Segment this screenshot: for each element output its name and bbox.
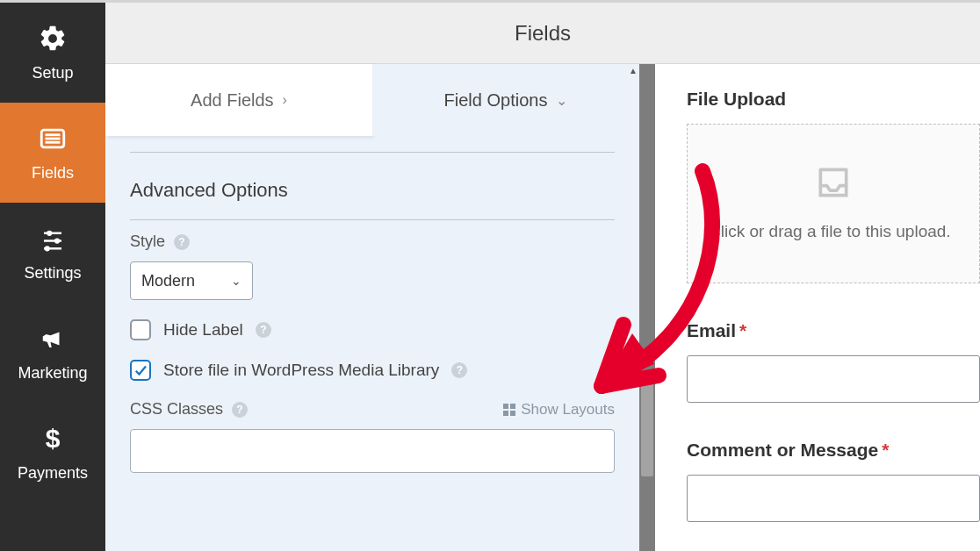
sidebar-item-setup[interactable]: Setup — [0, 3, 105, 103]
sidebar-item-label: Settings — [24, 264, 81, 283]
required-asterisk: * — [739, 320, 746, 340]
sidebar-item-payments[interactable]: $ Payments — [0, 403, 105, 503]
tab-field-options[interactable]: Field Options ⌄ — [372, 64, 639, 136]
comment-input[interactable] — [687, 475, 980, 522]
chevron-down-icon: ⌄ — [231, 274, 241, 288]
upload-hint: Click or drag a file to this upload. — [709, 219, 951, 245]
required-asterisk: * — [882, 440, 889, 460]
sidebar-item-label: Fields — [32, 164, 74, 182]
gear-icon — [38, 24, 68, 54]
sliders-icon — [38, 224, 68, 254]
css-classes-label: CSS Classes ? — [130, 400, 248, 419]
sidebar-item-label: Payments — [18, 464, 88, 483]
section-title: Advanced Options — [130, 153, 615, 219]
css-classes-header: CSS Classes ? Show Layouts — [130, 400, 615, 419]
grid-icon — [503, 404, 515, 416]
label-text: Email — [687, 320, 736, 340]
title-text: File Upload — [687, 89, 786, 109]
show-layouts-button[interactable]: Show Layouts — [503, 401, 615, 419]
main: Add Fields › Field Options ⌄ ▲ Advanced … — [105, 64, 980, 551]
svg-point-9 — [45, 246, 50, 251]
preview-panel: File Upload Click or drag a file to this… — [655, 64, 980, 551]
help-icon[interactable]: ? — [256, 322, 271, 338]
page-title: Fields — [515, 21, 571, 46]
svg-point-7 — [54, 238, 60, 243]
sidebar-item-marketing[interactable]: Marketing — [0, 303, 105, 403]
help-icon[interactable]: ? — [451, 362, 467, 378]
email-field-preview: Email* — [687, 320, 980, 403]
chevron-down-icon: ⌄ — [556, 92, 567, 109]
label-text: Comment or Message — [687, 440, 878, 460]
advanced-options-section: Advanced Options Style ? Modern ⌄ Hide L… — [105, 152, 639, 473]
sidebar-item-fields[interactable]: Fields — [0, 103, 105, 203]
divider — [130, 219, 615, 220]
label-text: CSS Classes — [130, 400, 223, 419]
hide-label-row: Hide Label ? — [130, 319, 615, 340]
store-media-text: Store file in WordPress Media Library — [163, 361, 439, 380]
inbox-icon — [811, 163, 856, 205]
tab-label: Add Fields — [191, 90, 274, 111]
scrollbar-thumb[interactable] — [641, 371, 653, 476]
show-layouts-label: Show Layouts — [521, 401, 615, 419]
select-value: Modern — [141, 272, 195, 290]
tab-add-fields[interactable]: Add Fields › — [105, 64, 372, 136]
email-label: Email* — [687, 320, 980, 341]
comment-label: Comment or Message* — [687, 440, 980, 461]
sidebar-item-label: Setup — [32, 64, 73, 82]
bullhorn-icon — [38, 324, 68, 354]
style-label: Style ? — [130, 233, 615, 251]
list-icon — [38, 124, 68, 154]
help-icon[interactable]: ? — [174, 234, 190, 250]
svg-text:$: $ — [46, 424, 61, 453]
tab-label: Field Options — [444, 90, 548, 111]
store-media-row: Store file in WordPress Media Library ? — [130, 360, 615, 381]
hide-label-checkbox[interactable] — [130, 319, 151, 340]
css-classes-input[interactable] — [130, 429, 615, 473]
email-input[interactable] — [687, 355, 980, 403]
hide-label-text: Hide Label — [163, 320, 243, 340]
label-text: Style — [130, 233, 165, 251]
options-panel: Add Fields › Field Options ⌄ ▲ Advanced … — [105, 64, 655, 551]
scroll-up-arrow[interactable]: ▲ — [627, 64, 639, 76]
sidebar-item-label: Marketing — [18, 364, 87, 383]
chevron-right-icon: › — [283, 92, 287, 108]
file-upload-dropzone[interactable]: Click or drag a file to this upload. — [687, 124, 980, 283]
store-media-checkbox[interactable] — [130, 360, 151, 381]
upload-field-title: File Upload — [687, 89, 980, 110]
panel-tabs: Add Fields › Field Options ⌄ ▲ — [105, 64, 639, 136]
sidebar-item-settings[interactable]: Settings — [0, 203, 105, 303]
help-icon[interactable]: ? — [232, 402, 248, 418]
style-field: Style ? Modern ⌄ — [130, 233, 615, 300]
sidebar: Setup Fields Settings Marketing $ Paymen… — [0, 3, 105, 551]
svg-point-5 — [47, 230, 52, 235]
page-header: Fields — [105, 3, 980, 64]
dollar-icon: $ — [38, 424, 68, 454]
style-select[interactable]: Modern ⌄ — [130, 261, 253, 300]
comment-field-preview: Comment or Message* — [687, 440, 980, 522]
